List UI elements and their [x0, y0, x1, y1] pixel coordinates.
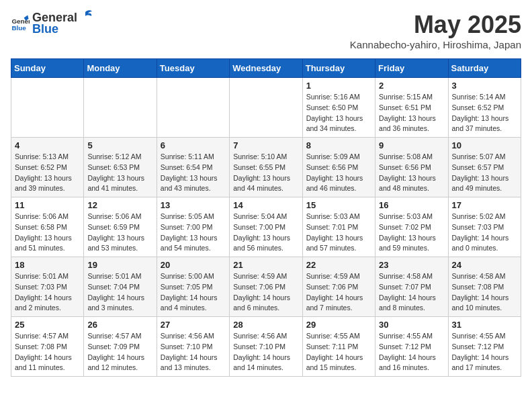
calendar-cell: 26Sunrise: 4:57 AM Sunset: 7:09 PM Dayli… [84, 317, 157, 377]
calendar-cell [84, 78, 157, 138]
day-info: Sunrise: 5:11 AM Sunset: 6:54 PM Dayligh… [161, 152, 226, 194]
day-info: Sunrise: 5:10 AM Sunset: 6:55 PM Dayligh… [233, 152, 298, 194]
day-header-wednesday: Wednesday [230, 59, 302, 78]
day-info: Sunrise: 4:58 AM Sunset: 7:07 PM Dayligh… [379, 271, 444, 314]
calendar-cell [157, 78, 229, 138]
calendar-cell: 8Sunrise: 5:09 AM Sunset: 6:56 PM Daylig… [302, 138, 375, 197]
day-number: 14 [233, 200, 298, 210]
day-info: Sunrise: 5:06 AM Sunset: 6:59 PM Dayligh… [87, 212, 152, 254]
day-number: 3 [452, 81, 517, 91]
day-header-saturday: Saturday [448, 59, 521, 78]
day-info: Sunrise: 5:01 AM Sunset: 7:04 PM Dayligh… [87, 271, 152, 314]
week-row-2: 4Sunrise: 5:13 AM Sunset: 6:52 PM Daylig… [11, 138, 521, 197]
day-info: Sunrise: 4:59 AM Sunset: 7:06 PM Dayligh… [306, 271, 371, 314]
calendar-cell: 11Sunrise: 5:06 AM Sunset: 6:58 PM Dayli… [11, 197, 84, 257]
day-info: Sunrise: 5:03 AM Sunset: 7:01 PM Dayligh… [306, 212, 371, 254]
day-number: 9 [379, 140, 444, 150]
day-info: Sunrise: 5:05 AM Sunset: 7:00 PM Dayligh… [161, 212, 226, 254]
day-info: Sunrise: 5:01 AM Sunset: 7:03 PM Dayligh… [15, 271, 80, 314]
calendar-cell: 29Sunrise: 4:55 AM Sunset: 7:11 PM Dayli… [302, 317, 375, 377]
calendar-cell: 13Sunrise: 5:05 AM Sunset: 7:00 PM Dayli… [157, 197, 229, 257]
day-number: 28 [233, 320, 298, 330]
calendar-title: May 2025 [350, 11, 521, 39]
day-info: Sunrise: 5:00 AM Sunset: 7:05 PM Dayligh… [161, 271, 226, 314]
calendar-cell: 7Sunrise: 5:10 AM Sunset: 6:55 PM Daylig… [230, 138, 302, 197]
calendar-cell: 16Sunrise: 5:03 AM Sunset: 7:02 PM Dayli… [375, 197, 448, 257]
week-row-5: 25Sunrise: 4:57 AM Sunset: 7:08 PM Dayli… [11, 317, 521, 377]
day-number: 1 [306, 81, 371, 91]
day-number: 4 [15, 140, 80, 150]
calendar-cell: 10Sunrise: 5:07 AM Sunset: 6:57 PM Dayli… [448, 138, 521, 197]
calendar-cell: 2Sunrise: 5:15 AM Sunset: 6:51 PM Daylig… [375, 78, 448, 138]
calendar-cell: 6Sunrise: 5:11 AM Sunset: 6:54 PM Daylig… [157, 138, 229, 197]
day-number: 8 [306, 140, 371, 150]
svg-text:Blue: Blue [11, 24, 26, 32]
day-number: 31 [452, 320, 517, 330]
day-info: Sunrise: 4:58 AM Sunset: 7:08 PM Dayligh… [452, 271, 517, 314]
day-number: 19 [87, 260, 152, 270]
days-header-row: SundayMondayTuesdayWednesdayThursdayFrid… [11, 59, 521, 78]
day-number: 22 [306, 260, 371, 270]
week-row-4: 18Sunrise: 5:01 AM Sunset: 7:03 PM Dayli… [11, 257, 521, 317]
day-number: 13 [161, 200, 226, 210]
calendar-cell: 19Sunrise: 5:01 AM Sunset: 7:04 PM Dayli… [84, 257, 157, 317]
day-info: Sunrise: 5:02 AM Sunset: 7:03 PM Dayligh… [452, 212, 517, 254]
day-info: Sunrise: 4:56 AM Sunset: 7:10 PM Dayligh… [161, 331, 226, 373]
calendar-cell: 18Sunrise: 5:01 AM Sunset: 7:03 PM Dayli… [11, 257, 84, 317]
day-info: Sunrise: 5:08 AM Sunset: 6:56 PM Dayligh… [379, 152, 444, 194]
calendar-cell: 31Sunrise: 4:55 AM Sunset: 7:12 PM Dayli… [448, 317, 521, 377]
calendar-cell: 22Sunrise: 4:59 AM Sunset: 7:06 PM Dayli… [302, 257, 375, 317]
day-number: 21 [233, 260, 298, 270]
day-info: Sunrise: 4:57 AM Sunset: 7:08 PM Dayligh… [15, 331, 80, 373]
calendar-cell: 30Sunrise: 4:55 AM Sunset: 7:12 PM Dayli… [375, 317, 448, 377]
day-header-monday: Monday [84, 59, 157, 78]
day-info: Sunrise: 4:55 AM Sunset: 7:12 PM Dayligh… [452, 331, 517, 373]
day-number: 23 [379, 260, 444, 270]
calendar-cell: 20Sunrise: 5:00 AM Sunset: 7:05 PM Dayli… [157, 257, 229, 317]
day-header-sunday: Sunday [11, 59, 84, 78]
day-number: 27 [161, 320, 226, 330]
day-info: Sunrise: 5:14 AM Sunset: 6:52 PM Dayligh… [452, 92, 517, 134]
calendar-cell: 3Sunrise: 5:14 AM Sunset: 6:52 PM Daylig… [448, 78, 521, 138]
calendar-cell: 21Sunrise: 4:59 AM Sunset: 7:06 PM Dayli… [230, 257, 302, 317]
calendar-cell: 28Sunrise: 4:56 AM Sunset: 7:10 PM Dayli… [230, 317, 302, 377]
calendar-cell: 25Sunrise: 4:57 AM Sunset: 7:08 PM Dayli… [11, 317, 84, 377]
day-header-thursday: Thursday [302, 59, 375, 78]
day-info: Sunrise: 5:13 AM Sunset: 6:52 PM Dayligh… [15, 152, 80, 194]
calendar-cell [230, 78, 302, 138]
day-number: 20 [161, 260, 226, 270]
calendar-cell: 27Sunrise: 4:56 AM Sunset: 7:10 PM Dayli… [157, 317, 229, 377]
calendar-cell: 14Sunrise: 5:04 AM Sunset: 7:00 PM Dayli… [230, 197, 302, 257]
calendar-cell: 15Sunrise: 5:03 AM Sunset: 7:01 PM Dayli… [302, 197, 375, 257]
calendar-cell: 24Sunrise: 4:58 AM Sunset: 7:08 PM Dayli… [448, 257, 521, 317]
day-number: 29 [306, 320, 371, 330]
day-number: 7 [233, 140, 298, 150]
day-number: 25 [15, 320, 80, 330]
calendar-table: SundayMondayTuesdayWednesdayThursdayFrid… [11, 58, 521, 377]
week-row-3: 11Sunrise: 5:06 AM Sunset: 6:58 PM Dayli… [11, 197, 521, 257]
day-info: Sunrise: 5:16 AM Sunset: 6:50 PM Dayligh… [306, 92, 371, 134]
calendar-cell: 23Sunrise: 4:58 AM Sunset: 7:07 PM Dayli… [375, 257, 448, 317]
logo-icon: General Blue [11, 14, 30, 33]
calendar-cell: 17Sunrise: 5:02 AM Sunset: 7:03 PM Dayli… [448, 197, 521, 257]
day-number: 5 [87, 140, 152, 150]
day-info: Sunrise: 5:09 AM Sunset: 6:56 PM Dayligh… [306, 152, 371, 194]
day-number: 18 [15, 260, 80, 270]
calendar-cell: 5Sunrise: 5:12 AM Sunset: 6:53 PM Daylig… [84, 138, 157, 197]
day-number: 6 [161, 140, 226, 150]
day-info: Sunrise: 4:56 AM Sunset: 7:10 PM Dayligh… [233, 331, 298, 373]
day-number: 17 [452, 200, 517, 210]
calendar-subtitle: Kannabecho-yahiro, Hiroshima, Japan [350, 39, 521, 50]
day-number: 26 [87, 320, 152, 330]
day-number: 16 [379, 200, 444, 210]
title-area: May 2025 Kannabecho-yahiro, Hiroshima, J… [350, 11, 521, 50]
calendar-cell: 4Sunrise: 5:13 AM Sunset: 6:52 PM Daylig… [11, 138, 84, 197]
day-info: Sunrise: 4:59 AM Sunset: 7:06 PM Dayligh… [233, 271, 298, 314]
day-info: Sunrise: 5:07 AM Sunset: 6:57 PM Dayligh… [452, 152, 517, 194]
day-info: Sunrise: 4:55 AM Sunset: 7:12 PM Dayligh… [379, 331, 444, 373]
week-row-1: 1Sunrise: 5:16 AM Sunset: 6:50 PM Daylig… [11, 78, 521, 138]
day-info: Sunrise: 4:55 AM Sunset: 7:11 PM Dayligh… [306, 331, 371, 373]
day-info: Sunrise: 5:12 AM Sunset: 6:53 PM Dayligh… [87, 152, 152, 194]
logo: General Blue General Blue [11, 11, 92, 36]
day-number: 12 [87, 200, 152, 210]
